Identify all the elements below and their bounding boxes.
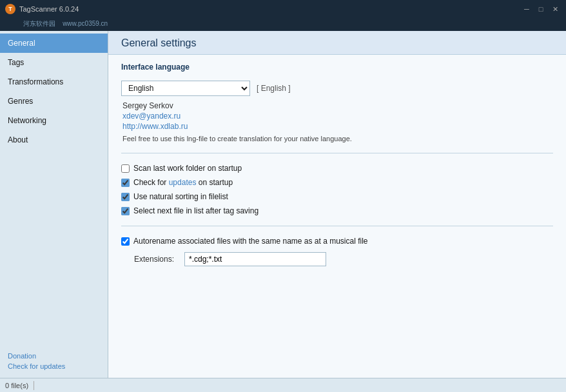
title-bar-left: T TagScanner 6.0.24 (5, 4, 79, 14)
scan-last-label: Scan last work folder on startup (133, 164, 242, 173)
select-next-label: Select next file in list after tag savin… (133, 206, 259, 215)
sidebar-footer: Donation Check for updates (0, 347, 108, 378)
check-updates-label: Check for updates on startup (133, 178, 233, 187)
language-row: English [ English ] (121, 81, 553, 96)
sidebar: General Tags Transformations Genres Netw… (0, 31, 108, 378)
watermark-text-2: www.pc0359.cn (63, 20, 108, 27)
sidebar-item-about[interactable]: About (0, 130, 108, 150)
natural-sort-checkbox[interactable] (121, 193, 130, 201)
extensions-input[interactable] (184, 252, 326, 266)
page-title: General settings (121, 37, 553, 49)
main-layout: General Tags Transformations Genres Netw… (0, 31, 566, 378)
title-bar: T TagScanner 6.0.24 ─ □ ✕ (0, 0, 566, 18)
close-button[interactable]: ✕ (549, 4, 561, 14)
sidebar-item-genres[interactable]: Genres (0, 92, 108, 111)
content-body: Interface language English [ English ] S… (108, 55, 566, 274)
check-updates-link[interactable]: Check for updates (8, 362, 100, 370)
checkbox-group: Scan last work folder on startup Check f… (121, 164, 553, 215)
watermark-text-1: 河东软件园 (23, 20, 55, 27)
minimize-button[interactable]: ─ (521, 4, 532, 14)
content-area: General settings Interface language Engl… (108, 31, 566, 378)
watermark-bar: 河东软件园 www.pc0359.cn (0, 18, 566, 31)
files-count: 0 file(s) (5, 382, 28, 389)
divider-2 (121, 226, 553, 226)
status-bar: 0 file(s) (0, 378, 566, 392)
sidebar-item-transformations[interactable]: Transformations (0, 72, 108, 92)
author-name: Sergey Serkov (122, 101, 553, 110)
extensions-row: Extensions: (134, 252, 553, 266)
author-url-link[interactable]: http://www.xdlab.ru (122, 122, 553, 131)
select-next-checkbox[interactable] (121, 207, 130, 215)
author-email-link[interactable]: xdev@yandex.ru (122, 112, 553, 121)
check-updates-checkbox[interactable] (121, 179, 130, 187)
donation-link[interactable]: Donation (8, 352, 100, 360)
feel-free-text: Feel free to use this lng-file to create… (122, 135, 553, 142)
autorename-label: Autorename associated files with the sam… (133, 237, 368, 246)
checkbox-check-updates[interactable]: Check for updates on startup (121, 178, 553, 187)
sidebar-item-tags[interactable]: Tags (0, 53, 108, 72)
language-select[interactable]: English (121, 81, 250, 96)
author-section: Sergey Serkov xdev@yandex.ru http://www.… (122, 101, 553, 142)
title-bar-controls: ─ □ ✕ (521, 4, 561, 14)
scan-last-checkbox[interactable] (121, 164, 130, 173)
sidebar-nav: General Tags Transformations Genres Netw… (0, 31, 108, 347)
language-tag: [ English ] (257, 84, 291, 93)
extensions-label: Extensions: (134, 255, 179, 264)
divider-1 (121, 153, 553, 153)
sidebar-item-networking[interactable]: Networking (0, 111, 108, 130)
sidebar-item-general[interactable]: General (0, 34, 108, 53)
checkbox-natural-sort[interactable]: Use natural sorting in filelist (121, 192, 553, 201)
status-divider-1 (34, 381, 34, 390)
maximize-button[interactable]: □ (535, 4, 547, 14)
checkbox-scan-last[interactable]: Scan last work folder on startup (121, 164, 553, 173)
checkbox-select-next[interactable]: Select next file in list after tag savin… (121, 206, 553, 215)
window-title: TagScanner 6.0.24 (19, 5, 79, 13)
autorename-checkbox[interactable] (121, 237, 130, 246)
app-icon: T (5, 4, 15, 14)
page-header: General settings (108, 31, 566, 55)
natural-sort-label: Use natural sorting in filelist (133, 192, 228, 201)
section-language-title: Interface language (121, 63, 553, 74)
autorename-row: Autorename associated files with the sam… (121, 237, 553, 246)
